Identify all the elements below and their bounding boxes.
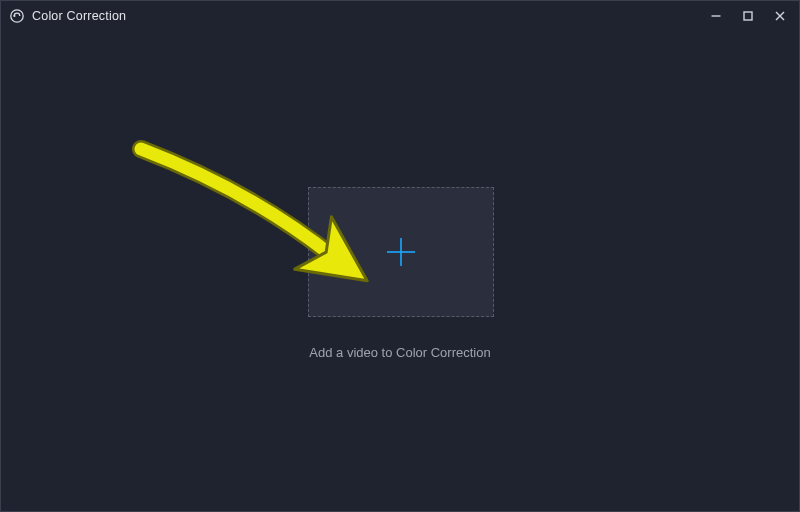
app-icon <box>9 8 25 24</box>
close-icon <box>774 10 786 22</box>
svg-point-0 <box>11 10 23 22</box>
plus-icon <box>384 235 418 269</box>
dropzone-caption: Add a video to Color Correction <box>1 345 799 360</box>
app-window: Color Correction <box>0 0 800 512</box>
maximize-icon <box>742 10 754 22</box>
window-controls <box>703 6 793 26</box>
window-title: Color Correction <box>32 9 126 23</box>
content-area: Add a video to Color Correction <box>1 31 799 511</box>
minimize-icon <box>710 10 722 22</box>
add-video-dropzone[interactable] <box>308 187 494 317</box>
close-button[interactable] <box>767 6 793 26</box>
minimize-button[interactable] <box>703 6 729 26</box>
svg-rect-3 <box>744 12 752 20</box>
maximize-button[interactable] <box>735 6 761 26</box>
svg-point-1 <box>13 15 15 17</box>
titlebar: Color Correction <box>1 1 799 31</box>
